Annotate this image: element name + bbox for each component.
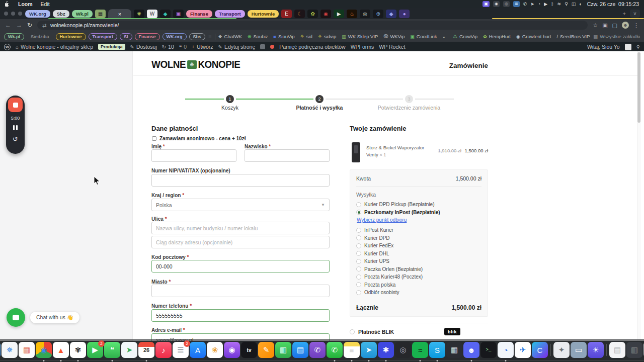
radio-icon[interactable] [356,259,361,264]
wp-rocket[interactable]: WP Rocket [379,44,405,50]
dock-app-icon[interactable]: C [532,342,548,358]
shipping-option[interactable]: Kurier DPD Pickup (Bezpłatnie) [356,202,481,207]
dock-app-icon[interactable]: ❝ [104,342,120,358]
forward-icon[interactable]: → [16,22,22,29]
radio-icon[interactable] [356,235,361,240]
status-icon[interactable]: ◔ [538,1,540,8]
bookmark-item[interactable]: ▥ WK Sklep VIP [342,34,378,39]
browser-tab[interactable]: ☾ [294,10,305,18]
dock-app-icon[interactable]: ▲ [53,342,69,358]
back-icon[interactable]: ← [5,22,11,29]
browser-tab[interactable]: Sbz [53,10,69,18]
shipping-option[interactable]: Paczka Orlen (Bezpłatnie) [356,266,481,272]
radio-icon[interactable] [356,202,361,207]
radio-icon[interactable] [356,210,361,215]
dock-app-icon[interactable]: ☻ [463,342,479,358]
status-icon[interactable]: ▣ [482,1,490,7]
profile-avatar[interactable]: ☻ [622,22,629,29]
status-icon[interactable]: ≣ [513,1,520,7]
wp-updates[interactable]: ↻ 10 [162,44,174,50]
bookmark-item[interactable]: ▣ GoodLink [410,34,437,39]
dock-app-icon[interactable]: ☰ 2 [173,342,189,358]
shipping-option[interactable]: Kurier FedEx [356,243,481,248]
shipping-option[interactable]: Poczta polska [356,282,481,288]
active-app-name[interactable]: Loom [18,1,33,7]
dock-app-icon[interactable]: ▥ [626,342,642,358]
radio-icon[interactable] [356,266,361,272]
dock-app-icon[interactable]: tv [241,342,257,358]
wp-avatar[interactable] [625,44,631,50]
anonymous-order-option[interactable]: Zamawiam anonimowo - cena + 10zł [152,136,246,141]
dock-app-icon[interactable]: ➤ [121,342,137,358]
wp-object-cache[interactable]: Pamięć podręczna obiektów [279,44,345,50]
bookmark-item[interactable]: / SeedBros.VIP [556,34,590,39]
bookmark-item[interactable]: ✿ HempHurt [483,34,511,39]
shipping-option[interactable]: InPost Kurier [356,227,481,233]
wordpress-logo-icon[interactable]: W [4,44,11,50]
chat-prompt[interactable]: Chat with us 👋 [30,312,79,323]
radio-icon[interactable] [356,228,361,233]
bookmark-star-icon[interactable]: ☆ [593,22,598,29]
stop-recording-button[interactable] [8,98,23,112]
browser-tab[interactable]: ● [399,10,410,18]
menu-edit[interactable]: Edit [41,1,50,7]
browser-tab[interactable]: W [147,10,157,18]
bookmark-group-chip[interactable]: Hurtownie [56,33,86,40]
side-panel-icon[interactable]: ▣ [602,22,607,29]
dock-app-icon[interactable]: ❀ [207,342,223,358]
status-icon[interactable]: ◫ [572,1,576,8]
bookmark-group-chip[interactable]: Siedziba [27,33,53,40]
dock-app-icon[interactable]: ≡ [344,342,360,358]
dock-app-icon[interactable]: ▤ [609,342,625,358]
bookmark-group-chip[interactable]: Transport [89,33,118,40]
browser-tab[interactable]: ✿ [307,10,318,18]
page-scrollbar-thumb[interactable] [637,52,640,123]
browser-menu-icon[interactable]: ⋮ [633,22,639,29]
country-select[interactable]: Polska ▼ [151,199,330,211]
site-logo[interactable]: WOLNE ❋ KONOPIE [151,58,240,70]
site-info-icon[interactable]: ⇄ [42,22,47,28]
address-bar[interactable]: ⇄ wolnekonopie.pl/zamowienie/ [37,21,588,30]
browser-tab[interactable]: ◆ [160,10,171,18]
browser-tab[interactable]: Transport [215,10,245,18]
city-input[interactable] [151,285,330,297]
dock-app-icon[interactable]: ◎ [395,342,411,358]
dock-app-icon[interactable]: ✆ [327,342,343,358]
restart-recording-button[interactable]: ↺ [13,135,18,143]
browser-tab[interactable]: ◆ [386,10,396,18]
wp-greeting[interactable]: Witaj, Siou Yo [587,44,620,50]
dock-app-icon[interactable]: ▦ [19,342,35,358]
browser-tab[interactable]: × [108,9,131,19]
new-tab-button[interactable]: + [623,11,626,17]
dock-app-icon[interactable]: ▦ [446,342,462,358]
status-icon[interactable]: ➤ [530,1,534,8]
browser-tab[interactable]: ◉ [320,10,331,18]
phone-input[interactable] [151,309,330,322]
browser-tab[interactable]: ▦ [95,10,106,18]
dock-app-icon[interactable]: ✎ [258,342,274,358]
first-name-input[interactable] [151,149,236,162]
step-label-koszyk[interactable]: Koszyk [205,105,255,111]
bookmarks-menu-icon[interactable]: ≡ [208,34,211,40]
traffic-light-minimize[interactable] [11,12,15,16]
wp-new-content[interactable]: + Utwórz [192,44,213,50]
browser-tab[interactable]: WK.org [25,10,50,18]
menubar-clock[interactable]: Czw. 26 cze 09:15:23 [587,1,639,7]
dock-app-icon[interactable]: ♪ [155,342,172,358]
wp-edit-page[interactable]: ✎ Edytuj stronę [218,44,256,50]
dock-app-icon[interactable]: ✱ [378,342,394,358]
dock-app-icon[interactable]: ✾ [70,342,86,358]
shipping-option[interactable]: Kurier UPS [356,258,481,264]
shipping-option[interactable]: Paczkomaty InPost (Bezpłatnie) [356,210,481,215]
browser-tab[interactable]: ❋ [134,10,144,18]
browser-tab[interactable]: ◎ [360,10,370,18]
wp-site-name[interactable]: ⌂ Wolne konopie - oficjalny sklep [16,44,93,50]
bookmark-item[interactable]: ⁂ GrowVip [453,34,477,39]
status-icon[interactable]: ≋ [557,1,561,8]
radio-icon[interactable] [356,282,361,287]
shipping-option[interactable]: Odbiór osobisty [356,290,481,295]
dock-app-icon[interactable]: ◔ [498,342,514,358]
bookmark-group-chip[interactable]: Sbs [189,33,206,40]
bookmark-group-chip[interactable]: SI [120,33,132,40]
radio-icon[interactable] [356,243,361,248]
